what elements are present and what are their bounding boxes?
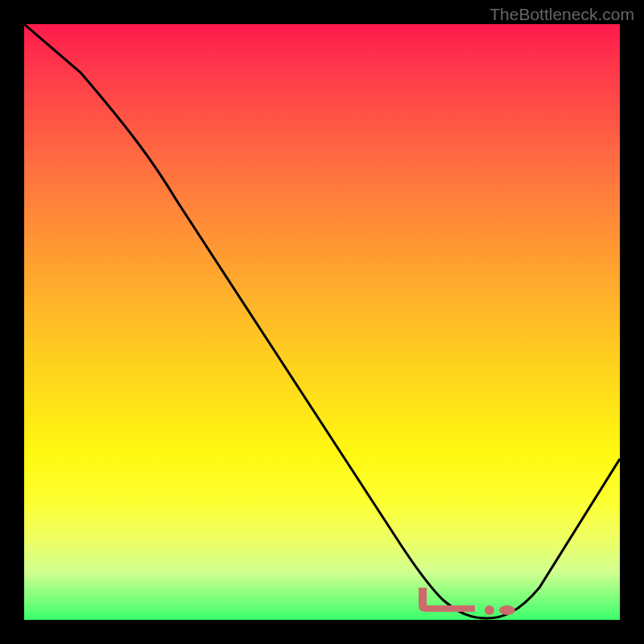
optimal-zone-marker bbox=[419, 588, 515, 615]
svg-point-1 bbox=[499, 605, 515, 615]
chart-plot-area bbox=[24, 24, 620, 620]
svg-point-0 bbox=[485, 605, 494, 615]
watermark-text: TheBottleneck.com bbox=[489, 5, 634, 24]
bottleneck-line-chart bbox=[24, 24, 620, 620]
bottleneck-curve bbox=[24, 24, 620, 618]
